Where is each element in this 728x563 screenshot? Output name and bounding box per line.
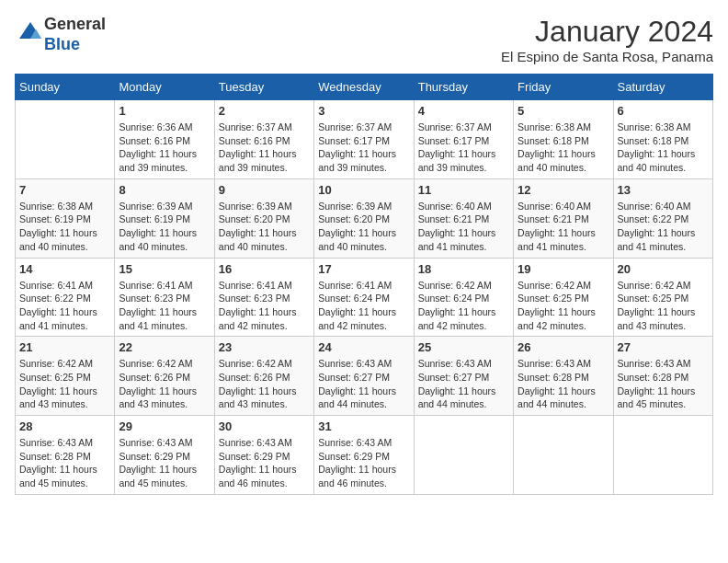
day-number: 26 <box>518 340 609 354</box>
day-cell: 12Sunrise: 6:40 AM Sunset: 6:21 PM Dayli… <box>514 178 613 258</box>
day-number: 13 <box>618 183 709 197</box>
day-info: Sunrise: 6:38 AM Sunset: 6:18 PM Dayligh… <box>518 121 609 175</box>
day-info: Sunrise: 6:39 AM Sunset: 6:20 PM Dayligh… <box>219 200 310 254</box>
day-info: Sunrise: 6:41 AM Sunset: 6:24 PM Dayligh… <box>318 279 409 333</box>
day-info: Sunrise: 6:37 AM Sunset: 6:17 PM Dayligh… <box>318 121 409 175</box>
week-row-3: 14Sunrise: 6:41 AM Sunset: 6:22 PM Dayli… <box>16 258 713 337</box>
header-day-tuesday: Tuesday <box>214 75 313 100</box>
day-cell: 4Sunrise: 6:37 AM Sunset: 6:17 PM Daylig… <box>414 100 513 179</box>
day-cell: 11Sunrise: 6:40 AM Sunset: 6:21 PM Dayli… <box>414 178 513 258</box>
header-day-monday: Monday <box>115 75 214 100</box>
logo-icon <box>17 19 44 47</box>
week-row-4: 21Sunrise: 6:42 AM Sunset: 6:25 PM Dayli… <box>16 337 713 416</box>
day-cell: 27Sunrise: 6:43 AM Sunset: 6:28 PM Dayli… <box>613 337 712 416</box>
day-info: Sunrise: 6:40 AM Sunset: 6:21 PM Dayligh… <box>518 200 609 254</box>
day-cell: 10Sunrise: 6:39 AM Sunset: 6:20 PM Dayli… <box>314 178 414 258</box>
day-number: 31 <box>318 419 409 433</box>
day-cell: 5Sunrise: 6:38 AM Sunset: 6:18 PM Daylig… <box>514 100 613 179</box>
day-cell <box>414 416 513 495</box>
day-cell: 8Sunrise: 6:39 AM Sunset: 6:19 PM Daylig… <box>115 178 214 258</box>
day-number: 19 <box>518 262 609 276</box>
day-number: 25 <box>418 340 509 354</box>
day-cell: 17Sunrise: 6:41 AM Sunset: 6:24 PM Dayli… <box>314 258 414 337</box>
day-cell: 13Sunrise: 6:40 AM Sunset: 6:22 PM Dayli… <box>613 178 712 258</box>
day-info: Sunrise: 6:37 AM Sunset: 6:17 PM Dayligh… <box>418 121 509 175</box>
day-number: 16 <box>219 262 310 276</box>
day-number: 18 <box>418 262 509 276</box>
day-info: Sunrise: 6:39 AM Sunset: 6:19 PM Dayligh… <box>119 200 210 254</box>
day-cell: 29Sunrise: 6:43 AM Sunset: 6:29 PM Dayli… <box>115 416 214 495</box>
header-day-sunday: Sunday <box>16 75 115 100</box>
day-info: Sunrise: 6:36 AM Sunset: 6:16 PM Dayligh… <box>119 121 210 175</box>
day-info: Sunrise: 6:41 AM Sunset: 6:23 PM Dayligh… <box>119 279 210 333</box>
title-area: January 2024 El Espino de Santa Rosa, Pa… <box>501 15 713 64</box>
day-number: 4 <box>418 104 509 118</box>
day-info: Sunrise: 6:42 AM Sunset: 6:24 PM Dayligh… <box>418 279 509 333</box>
calendar-header: SundayMondayTuesdayWednesdayThursdayFrid… <box>16 75 713 100</box>
day-info: Sunrise: 6:41 AM Sunset: 6:23 PM Dayligh… <box>219 279 310 333</box>
day-number: 12 <box>518 183 609 197</box>
week-row-2: 7Sunrise: 6:38 AM Sunset: 6:19 PM Daylig… <box>16 178 713 258</box>
day-number: 10 <box>318 183 409 197</box>
day-info: Sunrise: 6:38 AM Sunset: 6:19 PM Dayligh… <box>19 200 110 254</box>
day-cell: 22Sunrise: 6:42 AM Sunset: 6:26 PM Dayli… <box>115 337 214 416</box>
day-info: Sunrise: 6:43 AM Sunset: 6:27 PM Dayligh… <box>418 357 509 411</box>
day-cell: 28Sunrise: 6:43 AM Sunset: 6:28 PM Dayli… <box>16 416 115 495</box>
day-cell: 24Sunrise: 6:43 AM Sunset: 6:27 PM Dayli… <box>314 337 414 416</box>
day-number: 2 <box>219 104 310 118</box>
header: General Blue January 2024 El Espino de S… <box>15 15 713 64</box>
day-info: Sunrise: 6:42 AM Sunset: 6:25 PM Dayligh… <box>518 279 609 333</box>
day-number: 7 <box>19 183 110 197</box>
day-cell: 9Sunrise: 6:39 AM Sunset: 6:20 PM Daylig… <box>214 178 313 258</box>
day-cell: 26Sunrise: 6:43 AM Sunset: 6:28 PM Dayli… <box>514 337 613 416</box>
day-number: 3 <box>318 104 409 118</box>
day-cell: 3Sunrise: 6:37 AM Sunset: 6:17 PM Daylig… <box>314 100 414 179</box>
day-number: 17 <box>318 262 409 276</box>
header-row: SundayMondayTuesdayWednesdayThursdayFrid… <box>16 75 713 100</box>
day-info: Sunrise: 6:43 AM Sunset: 6:27 PM Dayligh… <box>318 357 409 411</box>
day-cell: 14Sunrise: 6:41 AM Sunset: 6:22 PM Dayli… <box>16 258 115 337</box>
day-cell: 21Sunrise: 6:42 AM Sunset: 6:25 PM Dayli… <box>16 337 115 416</box>
day-number: 1 <box>119 104 210 118</box>
day-cell: 23Sunrise: 6:42 AM Sunset: 6:26 PM Dayli… <box>214 337 313 416</box>
calendar-title: January 2024 <box>501 15 713 49</box>
day-number: 22 <box>119 340 210 354</box>
day-cell: 31Sunrise: 6:43 AM Sunset: 6:29 PM Dayli… <box>314 416 414 495</box>
day-cell: 20Sunrise: 6:42 AM Sunset: 6:25 PM Dayli… <box>613 258 712 337</box>
day-cell: 25Sunrise: 6:43 AM Sunset: 6:27 PM Dayli… <box>414 337 513 416</box>
day-info: Sunrise: 6:37 AM Sunset: 6:16 PM Dayligh… <box>219 121 310 175</box>
day-number: 30 <box>219 419 310 433</box>
day-cell: 1Sunrise: 6:36 AM Sunset: 6:16 PM Daylig… <box>115 100 214 179</box>
day-cell: 30Sunrise: 6:43 AM Sunset: 6:29 PM Dayli… <box>214 416 313 495</box>
day-cell <box>613 416 712 495</box>
day-info: Sunrise: 6:43 AM Sunset: 6:28 PM Dayligh… <box>618 357 709 411</box>
day-number: 29 <box>119 419 210 433</box>
day-number: 6 <box>618 104 709 118</box>
day-info: Sunrise: 6:42 AM Sunset: 6:26 PM Dayligh… <box>119 357 210 411</box>
day-info: Sunrise: 6:43 AM Sunset: 6:28 PM Dayligh… <box>518 357 609 411</box>
day-info: Sunrise: 6:41 AM Sunset: 6:22 PM Dayligh… <box>19 279 110 333</box>
day-cell: 7Sunrise: 6:38 AM Sunset: 6:19 PM Daylig… <box>16 178 115 258</box>
day-cell: 16Sunrise: 6:41 AM Sunset: 6:23 PM Dayli… <box>214 258 313 337</box>
day-cell: 15Sunrise: 6:41 AM Sunset: 6:23 PM Dayli… <box>115 258 214 337</box>
day-info: Sunrise: 6:39 AM Sunset: 6:20 PM Dayligh… <box>318 200 409 254</box>
logo-general: General <box>44 15 106 33</box>
day-info: Sunrise: 6:43 AM Sunset: 6:28 PM Dayligh… <box>19 436 110 490</box>
day-info: Sunrise: 6:40 AM Sunset: 6:22 PM Dayligh… <box>618 200 709 254</box>
logo: General Blue <box>15 15 106 54</box>
day-info: Sunrise: 6:42 AM Sunset: 6:25 PM Dayligh… <box>618 279 709 333</box>
day-cell <box>16 100 115 179</box>
header-day-saturday: Saturday <box>613 75 712 100</box>
week-row-5: 28Sunrise: 6:43 AM Sunset: 6:28 PM Dayli… <box>16 416 713 495</box>
header-day-wednesday: Wednesday <box>314 75 414 100</box>
calendar-table: SundayMondayTuesdayWednesdayThursdayFrid… <box>15 74 713 495</box>
day-cell <box>514 416 613 495</box>
header-day-friday: Friday <box>514 75 613 100</box>
day-number: 20 <box>618 262 709 276</box>
day-number: 5 <box>518 104 609 118</box>
day-number: 14 <box>19 262 110 276</box>
day-number: 24 <box>318 340 409 354</box>
calendar-body: 1Sunrise: 6:36 AM Sunset: 6:16 PM Daylig… <box>16 100 713 495</box>
day-number: 27 <box>618 340 709 354</box>
day-number: 15 <box>119 262 210 276</box>
